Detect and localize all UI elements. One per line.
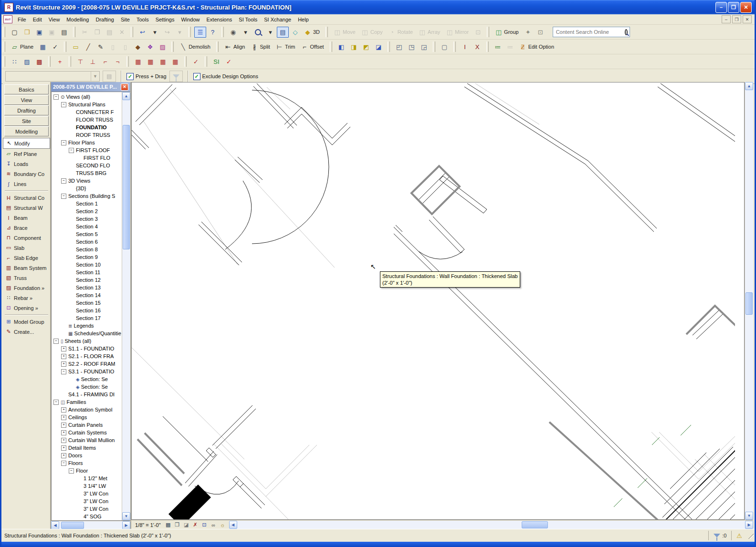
tree-item[interactable]: 3" LW Con (52, 497, 122, 505)
expand-toggle-icon[interactable]: + (61, 407, 66, 413)
menu-view[interactable]: View (45, 16, 63, 23)
toolbar-drag-handle[interactable] (73, 27, 75, 37)
tree-item[interactable]: SECOND FLO (52, 162, 122, 169)
menu-file[interactable]: File (14, 16, 30, 23)
paint-bucket-button[interactable]: ◆ (132, 41, 144, 52)
shadows-icon[interactable]: ◪ (183, 521, 190, 528)
design-tab-drafting[interactable]: Drafting (4, 105, 49, 115)
menu-edit[interactable]: Edit (30, 16, 45, 23)
tag-footing-button[interactable]: ⌐ (99, 56, 111, 67)
selection-filter-status[interactable]: :0 (708, 531, 731, 540)
expand-toggle-icon[interactable]: + (61, 346, 66, 351)
toolbar-drag-handle[interactable] (221, 27, 224, 37)
reveal-hidden-elements-icon[interactable]: ∞ (210, 521, 217, 528)
expand-toggle-icon[interactable]: + (61, 430, 66, 435)
tree-item[interactable]: Section 10 (52, 261, 122, 268)
tree-item[interactable]: −FIRST FLOOF (52, 146, 122, 154)
non-editable-workset-button[interactable]: ▩ (33, 56, 45, 67)
tree-item[interactable]: ◈Section: Se (52, 383, 122, 391)
menu-help[interactable]: Help (294, 16, 312, 23)
tree-item[interactable]: FOUNDATIO (52, 124, 122, 131)
temporary-hide-isolate-icon[interactable]: ☼ (219, 521, 226, 528)
collapse-toggle-icon[interactable]: − (61, 461, 66, 466)
view-scale-label[interactable]: 1/8" = 1'-0" (131, 522, 165, 528)
design-item-create[interactable]: ✎Create... (3, 327, 50, 337)
collapse-toggle-icon[interactable]: − (69, 148, 74, 153)
menu-settings[interactable]: Settings (152, 16, 178, 23)
tree-item[interactable]: TRUSS BRG (52, 169, 122, 177)
design-item-ref-plane[interactable]: ▱Ref Plane (3, 149, 50, 159)
expand-toggle-icon[interactable]: + (61, 423, 66, 428)
content-search-input[interactable] (555, 29, 625, 35)
browser-vertical-scrollbar[interactable]: ▲ ▼ (122, 92, 130, 520)
toolbar-drag-handle[interactable] (126, 56, 129, 67)
undo-dropdown-button[interactable]: ▾ (149, 27, 161, 38)
design-item-model-group[interactable]: ⊞Model Group (3, 317, 50, 327)
toolbar-drag-handle[interactable] (205, 56, 207, 67)
menu-si-tools[interactable]: SI Tools (235, 16, 261, 23)
tree-item[interactable]: 3 1/4" LW (52, 482, 122, 490)
press-drag-checkbox[interactable]: ✓ Press + Drag (126, 73, 167, 80)
toolbar-drag-handle[interactable] (131, 27, 133, 37)
design-tab-site[interactable]: Site (4, 116, 49, 126)
design-item-slab-edge[interactable]: ⌐Slab Edge (3, 253, 50, 263)
print-button[interactable]: ▤ (58, 27, 70, 38)
default-3d-view-button[interactable]: ◇ (289, 27, 301, 38)
project-browser-title-bar[interactable]: 2008-075 LW DEVILLE P... ✕ (51, 82, 130, 92)
canvas-scroll-down-icon[interactable]: ▼ (745, 512, 753, 520)
scroll-left-icon[interactable]: ◀ (51, 521, 59, 529)
tree-item[interactable]: ≣Legends (52, 322, 122, 330)
tree-item[interactable]: Section 15 (52, 299, 122, 307)
edit-option-button[interactable]: ƵEdit Option (517, 41, 557, 52)
pen-annotate-button[interactable]: ✎ (94, 41, 106, 52)
tree-item[interactable]: −◫Families (52, 398, 122, 406)
tree-item[interactable]: 3" LW Con (52, 490, 122, 497)
design-item-structural-w[interactable]: ▤Structural W (3, 203, 50, 213)
view-properties-button[interactable]: ▤ (277, 27, 289, 38)
tree-item[interactable]: +Annotation Symbol (52, 406, 122, 413)
search-icon[interactable] (625, 29, 628, 35)
worksets-button[interactable]: ∷ (9, 56, 21, 67)
browser-hscroll-thumb[interactable] (61, 522, 84, 529)
content-search-box[interactable] (553, 27, 630, 37)
collapse-toggle-icon[interactable]: − (53, 339, 59, 344)
zoom-dropdown-button[interactable]: ▾ (264, 27, 276, 38)
exclude-design-options-checkbox[interactable]: ✓ Exclude Design Options (193, 73, 258, 80)
detach-target-button[interactable]: ◳ (406, 41, 418, 52)
dynamic-view-button[interactable]: ◉ (227, 27, 239, 38)
toolbar-drag-handle[interactable] (487, 27, 489, 37)
collapse-toggle-icon[interactable]: − (61, 369, 66, 374)
editable-workset-button[interactable]: ▨ (21, 56, 33, 67)
tree-item[interactable]: 4" SOG (52, 513, 122, 520)
cut-geometry-button[interactable]: ◩ (360, 41, 372, 52)
tree-item[interactable]: +Doors (52, 452, 122, 459)
tree-item[interactable]: Section 8 (52, 246, 122, 253)
toolbar-drag-handle[interactable] (216, 41, 219, 52)
collapse-toggle-icon[interactable]: − (53, 94, 59, 100)
element-properties-button[interactable]: ▤ (103, 71, 116, 82)
trim-button[interactable]: ⊢Trim (273, 41, 298, 52)
canvas-scroll-up-icon[interactable]: ▲ (745, 82, 753, 90)
design-item-slab[interactable]: ▭Slab (3, 243, 50, 253)
opening-tool-button[interactable]: ▨ (157, 41, 168, 52)
split-button[interactable]: ∦Split (248, 41, 273, 52)
resize-grip[interactable] (747, 532, 754, 539)
tag-slab-button[interactable]: ¬ (112, 56, 124, 67)
tree-item[interactable]: −▯Sheets (all) (52, 337, 122, 345)
framing-elevation-1-button[interactable]: ▦ (132, 56, 144, 67)
press-drag-check-icon[interactable]: ✓ (126, 73, 134, 80)
tree-item[interactable]: Section 11 (52, 268, 122, 276)
mdi-close-button[interactable]: ✕ (743, 15, 752, 23)
menu-window[interactable]: Window (178, 16, 203, 23)
toolbar-drag-handle[interactable] (69, 56, 71, 67)
expand-toggle-icon[interactable]: + (61, 415, 66, 420)
zoom-tool-button[interactable] (252, 27, 264, 38)
design-tab-modelling[interactable]: Modelling (4, 126, 49, 136)
close-button[interactable]: ✕ (740, 2, 752, 13)
menu-modelling[interactable]: Modelling (63, 16, 92, 23)
tree-item[interactable]: Section 9 (52, 253, 122, 261)
tree-item[interactable]: +Curtain Wall Mullion (52, 436, 122, 444)
expand-toggle-icon[interactable]: + (61, 445, 66, 451)
design-item-structural-co[interactable]: HStructural Co (3, 193, 50, 203)
beam-cutback-remove-button[interactable]: X (472, 41, 483, 52)
